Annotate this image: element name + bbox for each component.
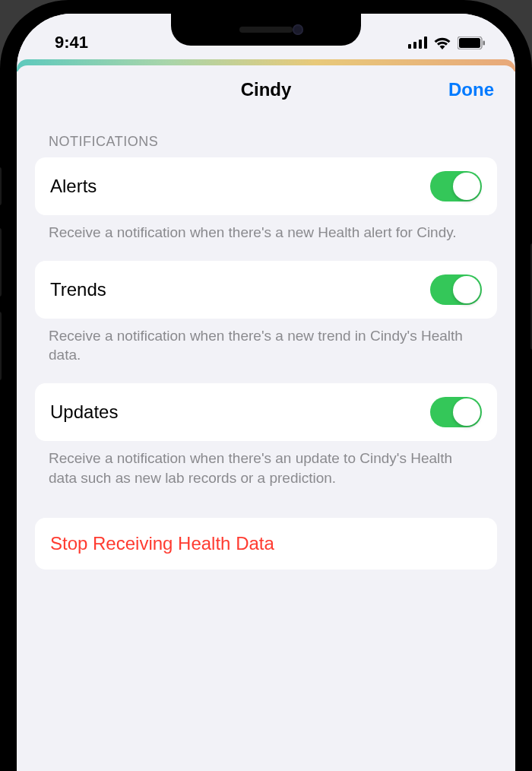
svg-rect-0: [408, 44, 411, 49]
side-button-silent: [0, 167, 2, 205]
done-button[interactable]: Done: [448, 79, 494, 100]
updates-toggle[interactable]: [430, 397, 482, 427]
alerts-label: Alerts: [50, 176, 97, 197]
status-right: [408, 36, 485, 49]
modal-sheet: Cindy Done NOTIFICATIONS Alerts Receive …: [17, 65, 515, 771]
side-button-volume-down: [0, 312, 2, 380]
front-camera: [293, 24, 303, 35]
toggle-knob: [453, 276, 480, 303]
alerts-toggle[interactable]: [430, 171, 482, 201]
phone-frame: 9:41: [0, 0, 532, 771]
trends-row: Trends: [35, 261, 497, 319]
trends-toggle[interactable]: [430, 274, 482, 305]
content-area: NOTIFICATIONS Alerts Receive a notificat…: [17, 114, 515, 570]
cellular-icon: [408, 36, 427, 49]
toggle-knob: [453, 173, 480, 200]
toggle-knob: [453, 398, 480, 426]
side-button-volume-up: [0, 228, 2, 297]
updates-label: Updates: [50, 401, 118, 423]
alerts-row: Alerts: [35, 157, 497, 215]
alerts-footer: Receive a notification when there's a ne…: [35, 215, 497, 261]
updates-row: Updates: [35, 383, 497, 441]
stop-receiving-button[interactable]: Stop Receiving Health Data: [35, 518, 497, 570]
stop-receiving-label: Stop Receiving Health Data: [50, 533, 274, 554]
svg-rect-6: [483, 40, 486, 45]
updates-footer: Receive a notification when there's an u…: [35, 441, 497, 506]
section-header-notifications: NOTIFICATIONS: [35, 126, 497, 157]
screen: 9:41: [17, 14, 515, 771]
notch: [171, 14, 361, 46]
trends-label: Trends: [50, 279, 106, 300]
page-title: Cindy: [241, 79, 292, 100]
navigation-bar: Cindy Done: [17, 65, 515, 114]
svg-rect-5: [459, 38, 480, 48]
status-time: 9:41: [55, 33, 88, 52]
wifi-icon: [433, 36, 451, 49]
svg-rect-2: [419, 40, 422, 49]
svg-rect-1: [413, 42, 416, 49]
svg-rect-3: [424, 36, 427, 49]
battery-icon: [458, 36, 485, 49]
speaker: [239, 27, 293, 33]
trends-footer: Receive a notification when there's a ne…: [35, 319, 497, 383]
